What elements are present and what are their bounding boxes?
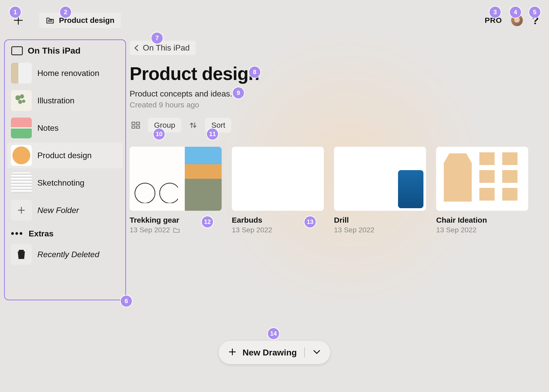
- sidebar-item-notes[interactable]: Notes: [7, 115, 123, 141]
- chevron-left-icon: [133, 44, 140, 52]
- pro-badge[interactable]: PRO: [485, 16, 502, 25]
- sidebar-item-label: Product design: [37, 151, 92, 160]
- page-title: Product design: [130, 63, 539, 84]
- new-drawing-label: New Drawing: [242, 348, 297, 357]
- sidebar-recently-deleted[interactable]: Recently Deleted: [7, 241, 123, 267]
- card-thumbnail: [334, 147, 426, 211]
- card-name: Chair Ideation: [436, 216, 528, 224]
- folder-icon: [173, 227, 180, 233]
- card-meta: 13 Sep 2022: [130, 226, 222, 234]
- group-button[interactable]: Group: [148, 118, 181, 133]
- ipad-icon: [11, 46, 23, 56]
- sidebar-item-product-design[interactable]: Product design: [7, 142, 123, 168]
- sidebar-item-label: New Folder: [37, 206, 79, 215]
- breadcrumb-back[interactable]: On This iPad: [130, 41, 196, 55]
- separator: [304, 347, 305, 357]
- svg-rect-1: [19, 250, 24, 251]
- new-tab-button[interactable]: [10, 12, 26, 28]
- new-drawing-options[interactable]: [313, 349, 321, 356]
- card-drill[interactable]: Drill 13 Sep 2022: [334, 147, 426, 234]
- tab-label: Product design: [59, 16, 114, 25]
- svg-rect-4: [132, 126, 135, 128]
- help-button[interactable]: ?: [532, 14, 539, 27]
- card-name: Earbuds: [232, 216, 324, 224]
- main-content: On This iPad Product design Product conc…: [130, 41, 539, 382]
- card-earbuds[interactable]: Earbuds 13 Sep 2022: [232, 147, 324, 234]
- breadcrumb-label: On This iPad: [143, 43, 190, 53]
- trash-thumb: [11, 244, 32, 265]
- svg-rect-5: [136, 126, 140, 128]
- folder-thumb: [11, 90, 32, 111]
- sidebar-item-home-renovation[interactable]: Home renovation: [7, 60, 123, 86]
- extras-label: Extras: [29, 229, 54, 238]
- card-meta: 13 Sep 2022: [232, 226, 324, 234]
- drawings-grid: Trekking gear 13 Sep 2022 Earbuds 13 Sep…: [130, 147, 539, 234]
- sidebar-item-label: Illustration: [37, 96, 74, 105]
- trash-icon: [16, 249, 26, 260]
- card-meta: 13 Sep 2022: [334, 226, 426, 234]
- tab-folder-icon: [46, 17, 54, 24]
- sidebar-item-label: Home renovation: [37, 69, 99, 78]
- card-name: Drill: [334, 216, 426, 224]
- view-toolbar: Group Sort: [130, 118, 539, 133]
- sidebar-item-sketchnoting[interactable]: Sketchnoting: [7, 170, 123, 196]
- plus-icon: [17, 205, 26, 215]
- plus-thumb: [11, 200, 32, 221]
- sort-button[interactable]: Sort: [205, 118, 231, 133]
- plus-icon: [228, 347, 237, 357]
- folder-thumb: [11, 172, 32, 193]
- card-trekking-gear[interactable]: Trekking gear 13 Sep 2022: [130, 147, 222, 234]
- dots-icon: •••: [11, 228, 24, 239]
- svg-rect-0: [12, 47, 22, 55]
- folder-thumb: [11, 63, 32, 84]
- plus-icon: [12, 14, 24, 26]
- card-date: 13 Sep 2022: [334, 226, 374, 234]
- titlebar: Product design PRO ?: [0, 0, 549, 36]
- card-date: 13 Sep 2022: [232, 226, 272, 234]
- new-drawing-button[interactable]: New Drawing: [219, 341, 330, 364]
- page-subtitle: Product concepts and ideas.: [130, 89, 539, 99]
- sidebar: On This iPad Home renovation Illustratio…: [4, 39, 126, 300]
- avatar[interactable]: [511, 14, 523, 26]
- card-meta: 13 Sep 2022: [436, 226, 528, 234]
- sidebar-new-folder[interactable]: New Folder: [7, 197, 123, 223]
- sidebar-item-label: Notes: [37, 123, 59, 133]
- card-chair-ideation[interactable]: Chair Ideation 13 Sep 2022: [436, 147, 528, 234]
- grid-icon: [131, 121, 141, 129]
- card-thumbnail: [130, 147, 222, 211]
- svg-rect-2: [132, 122, 135, 124]
- card-date: 13 Sep 2022: [130, 226, 170, 234]
- sidebar-location-header[interactable]: On This iPad: [7, 44, 123, 60]
- sidebar-item-label: Recently Deleted: [37, 250, 99, 259]
- tab-product-design[interactable]: Product design: [39, 12, 121, 28]
- card-thumbnail: [436, 147, 528, 211]
- created-timestamp: Created 9 hours ago: [130, 101, 539, 109]
- card-thumbnail: [232, 147, 324, 211]
- card-date: 13 Sep 2022: [436, 226, 477, 234]
- folder-thumb: [11, 145, 32, 166]
- sidebar-item-label: Sketchnoting: [37, 178, 84, 188]
- chevron-down-icon: [313, 349, 321, 355]
- sort-direction-icon[interactable]: [187, 118, 200, 133]
- sort-arrows-icon: [189, 121, 197, 129]
- folder-thumb: [11, 118, 32, 138]
- svg-rect-3: [136, 122, 140, 124]
- view-mode-icon[interactable]: [130, 118, 142, 133]
- card-name: Trekking gear: [130, 216, 222, 224]
- sidebar-header-label: On This iPad: [28, 46, 81, 56]
- sidebar-extras-section[interactable]: ••• Extras: [7, 225, 123, 241]
- sidebar-item-illustration[interactable]: Illustration: [7, 88, 123, 113]
